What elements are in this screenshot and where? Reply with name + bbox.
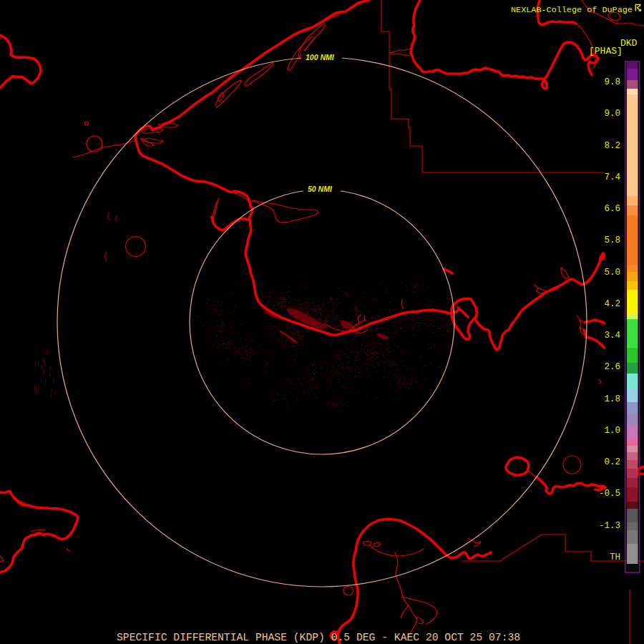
svg-text:1.0: 1.0 [604, 426, 620, 436]
svg-text:TH: TH [610, 552, 620, 562]
svg-text:5.0: 5.0 [604, 268, 620, 278]
svg-text:50 NMI: 50 NMI [308, 185, 333, 193]
svg-text:2.6: 2.6 [604, 362, 620, 372]
svg-text:SPECIFIC DIFFERENTIAL PHASE (K: SPECIFIC DIFFERENTIAL PHASE (KDP) 0.5 DE… [117, 632, 520, 643]
svg-text:[PHAS]: [PHAS] [589, 46, 623, 57]
svg-text:-1.3: -1.3 [599, 521, 620, 531]
svg-text:5.8: 5.8 [604, 235, 620, 245]
svg-text:DKD: DKD [620, 38, 638, 49]
svg-text:100 NMI: 100 NMI [306, 53, 335, 62]
svg-text:9.8: 9.8 [604, 77, 620, 87]
svg-text:-0.5: -0.5 [599, 489, 620, 499]
svg-text:6.6: 6.6 [604, 204, 620, 214]
svg-text:8.2: 8.2 [604, 141, 620, 151]
svg-text:4.2: 4.2 [604, 299, 620, 309]
svg-text:7.4: 7.4 [604, 172, 620, 182]
svg-text:0.2: 0.2 [604, 457, 620, 467]
svg-text:NEXLAB-College of DuPage: NEXLAB-College of DuPage [511, 5, 633, 15]
svg-text:3.4: 3.4 [604, 331, 620, 341]
svg-text:1.8: 1.8 [604, 394, 620, 404]
svg-text:9.0: 9.0 [604, 109, 620, 119]
